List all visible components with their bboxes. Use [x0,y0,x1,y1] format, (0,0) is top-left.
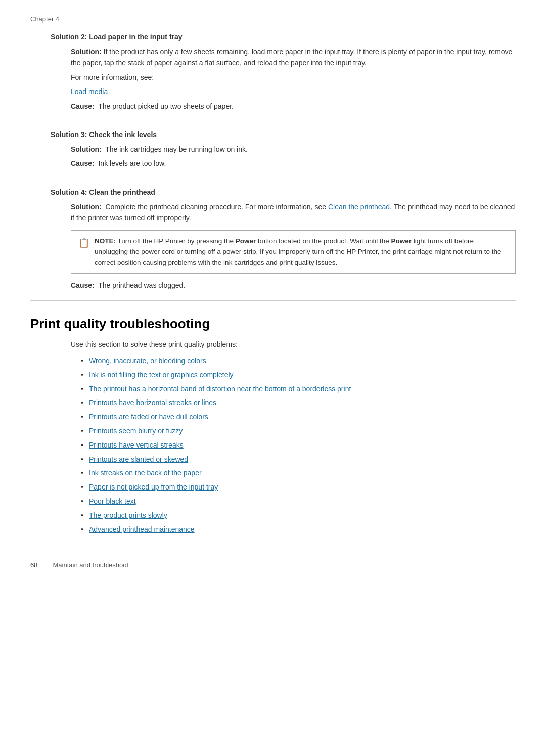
footer: 68 Maintain and troubleshoot [30,556,516,569]
print-quality-link-9[interactable]: Paper is not picked up from the input tr… [89,483,218,491]
solution-3-content: Solution: The ink cartridges may be runn… [30,144,516,169]
solution-label-4: Solution: [71,203,102,211]
note-icon: 📋 [78,236,89,250]
solution-2-block: Solution 2: Load paper in the input tray… [30,33,516,112]
list-item: Advanced printhead maintenance [81,524,516,536]
solution-4-block: Solution 4: Clean the printhead Solution… [30,188,516,291]
print-quality-link-8[interactable]: Ink streaks on the back of the paper [89,469,202,477]
print-quality-list: Wrong, inaccurate, or bleeding colorsInk… [30,355,516,536]
solution-3-cause: Cause: Ink levels are too low. [71,158,516,169]
note-box: 📋 NOTE: Turn off the HP Printer by press… [71,230,516,274]
print-quality-link-6[interactable]: Printouts have vertical streaks [89,441,184,449]
list-item: The printout has a horizontal band of di… [81,383,516,395]
print-quality-link-7[interactable]: Printouts are slanted or skewed [89,455,188,463]
list-item: Printouts are slanted or skewed [81,454,516,466]
print-quality-link-4[interactable]: Printouts are faded or have dull colors [89,413,208,421]
print-quality-link-10[interactable]: Poor black text [89,497,136,505]
cause-label-4: Cause: [71,281,95,289]
cause-label-3: Cause: [71,159,95,167]
footer-page-number: 68 [30,561,37,569]
solution-label-3: Solution: [71,145,102,153]
list-item: Printouts are faded or have dull colors [81,411,516,423]
clean-printhead-link[interactable]: Clean the printhead [328,203,390,211]
print-quality-link-2[interactable]: The printout has a horizontal band of di… [89,385,351,393]
solution-2-body-text: If the product has only a few sheets rem… [71,48,512,67]
solution-label: Solution: [71,48,102,56]
solution-4-body-prefix: Complete the printhead cleaning procedur… [105,203,328,211]
print-quality-link-1[interactable]: Ink is not filling the text or graphics … [89,371,234,379]
list-item: The product prints slowly [81,510,516,522]
print-quality-link-3[interactable]: Printouts have horizontal streaks or lin… [89,398,216,407]
solution-3-body: Solution: The ink cartridges may be runn… [71,144,516,155]
note-mid1: button located on the product. Wait unti… [256,237,391,245]
note-power-bold-1: Power [236,237,256,245]
solution-4-body: Solution: Complete the printhead cleanin… [71,201,516,224]
solution-4-cause: Cause: The printhead was clogged. [71,280,516,291]
divider-3 [30,300,516,301]
solution-2-body: Solution: If the product has only a few … [71,46,516,69]
list-item: Paper is not picked up from the input tr… [81,481,516,494]
footer-section: Maintain and troubleshoot [53,561,128,569]
print-quality-link-11[interactable]: The product prints slowly [89,511,167,519]
print-quality-heading: Print quality troubleshooting [30,316,516,332]
cause-text-2: The product picked up two sheets of pape… [98,102,234,110]
cause-text-4: The printhead was clogged. [98,281,185,289]
note-body-prefix: Turn off the HP Printer by pressing the [118,237,236,245]
print-quality-link-12[interactable]: Advanced printhead maintenance [89,525,195,533]
note-power-bold-2: Power [391,237,412,245]
list-item: Printouts have horizontal streaks or lin… [81,397,516,409]
list-item: Poor black text [81,496,516,508]
list-item: Ink is not filling the text or graphics … [81,369,516,381]
divider-2 [30,179,516,179]
cause-label-2: Cause: [71,102,95,110]
print-quality-link-0[interactable]: Wrong, inaccurate, or bleeding colors [89,357,206,365]
list-item: Wrong, inaccurate, or bleeding colors [81,355,516,367]
chapter-label: Chapter 4 [30,15,516,23]
list-item: Printouts have vertical streaks [81,439,516,452]
note-label: NOTE: [95,237,116,245]
solution-4-title: Solution 4: Clean the printhead [30,188,516,196]
solution-2-title: Solution 2: Load paper in the input tray [30,33,516,41]
cause-text-3: Ink levels are too low. [98,159,166,167]
list-item: Printouts seem blurry or fuzzy [81,425,516,437]
solution-4-content: Solution: Complete the printhead cleanin… [30,201,516,291]
list-item: Ink streaks on the back of the paper [81,467,516,479]
note-text: NOTE: Turn off the HP Printer by pressin… [95,236,508,269]
solution-2-more-info: For more information, see: [71,72,516,83]
load-media-link[interactable]: Load media [71,87,108,96]
solution-2-link-container: Load media [71,86,516,97]
solution-2-cause: Cause: The product picked up two sheets … [71,101,516,112]
solution-2-content: Solution: If the product has only a few … [30,46,516,112]
solution-3-title: Solution 3: Check the ink levels [30,130,516,139]
divider-1 [30,121,516,121]
print-quality-intro: Use this section to solve these print qu… [30,339,516,350]
solution-3-block: Solution 3: Check the ink levels Solutio… [30,130,516,169]
solution-3-body-text: The ink cartridges may be running low on… [105,145,248,153]
print-quality-link-5[interactable]: Printouts seem blurry or fuzzy [89,427,183,435]
